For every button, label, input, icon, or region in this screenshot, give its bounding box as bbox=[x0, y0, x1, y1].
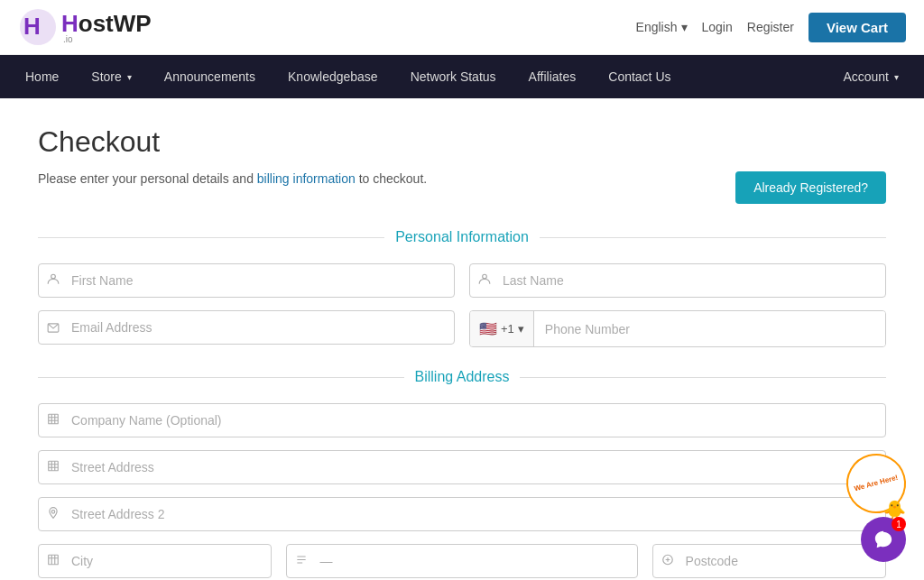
already-registered-button[interactable]: Already Registered? bbox=[735, 171, 886, 204]
email-group bbox=[38, 310, 455, 347]
company-group bbox=[38, 403, 886, 437]
street2-row bbox=[38, 497, 886, 531]
state-group bbox=[286, 544, 637, 578]
divider-right bbox=[540, 237, 886, 238]
nav-item-network-status[interactable]: Network Status bbox=[394, 55, 513, 98]
billing-info-link[interactable]: billing information bbox=[257, 171, 356, 186]
logo-text: HostWP bbox=[61, 10, 152, 37]
last-name-group bbox=[469, 263, 886, 298]
phone-country-selector[interactable]: 🇺🇸 +1 ▾ bbox=[470, 311, 534, 346]
chat-widget: We Are Here! 🐥 1 bbox=[846, 454, 906, 562]
us-flag-icon: 🇺🇸 bbox=[479, 320, 497, 337]
nav-knowledgebase-label: Knowledgebase bbox=[288, 69, 378, 84]
street1-input[interactable] bbox=[38, 450, 886, 484]
company-input[interactable] bbox=[38, 403, 886, 437]
subtitle-end: to checkout. bbox=[356, 171, 427, 186]
chat-bubble-text: We Are Here! bbox=[854, 474, 900, 493]
nav-item-store[interactable]: Store ▾ bbox=[75, 55, 147, 98]
chat-badge: 1 bbox=[892, 517, 906, 531]
subtitle-row: Please enter your personal details and b… bbox=[38, 171, 886, 204]
nav-item-announcements[interactable]: Announcements bbox=[148, 55, 272, 98]
street1-row bbox=[38, 450, 886, 484]
language-chevron-icon: ▾ bbox=[681, 20, 688, 34]
nav-announcements-label: Announcements bbox=[164, 69, 255, 84]
nav-item-account[interactable]: Account ▾ bbox=[827, 55, 915, 98]
phone-row-container: 🇺🇸 +1 ▾ bbox=[469, 310, 886, 347]
phone-country-code: +1 bbox=[501, 322, 514, 336]
register-link[interactable]: Register bbox=[747, 20, 794, 34]
state-input[interactable] bbox=[286, 544, 637, 578]
login-link[interactable]: Login bbox=[702, 20, 733, 34]
language-selector[interactable]: English ▾ bbox=[636, 20, 688, 34]
page-title: Checkout bbox=[38, 125, 886, 159]
page-subtitle: Please enter your personal details and b… bbox=[38, 171, 427, 186]
language-label: English bbox=[636, 20, 678, 34]
first-name-input[interactable] bbox=[38, 263, 455, 298]
nav-store-label: Store bbox=[91, 69, 121, 84]
city-group bbox=[38, 544, 272, 578]
svg-text:H: H bbox=[23, 13, 41, 40]
city-input[interactable] bbox=[38, 544, 272, 578]
city-state-postcode-row bbox=[38, 544, 886, 578]
top-bar: H HostWP .io English ▾ Login Register Vi… bbox=[0, 0, 924, 55]
billing-address-title: Billing Address bbox=[415, 369, 510, 385]
email-input[interactable] bbox=[38, 310, 455, 345]
contact-row: 🇺🇸 +1 ▾ bbox=[38, 310, 886, 347]
logo-icon: H bbox=[18, 7, 58, 47]
nav-affiliates-label: Affiliates bbox=[529, 69, 577, 84]
street2-group bbox=[38, 497, 886, 531]
phone-group: 🇺🇸 +1 ▾ bbox=[469, 310, 886, 347]
nav-network-status-label: Network Status bbox=[411, 69, 496, 84]
divider-left bbox=[38, 237, 384, 238]
logo-h: H bbox=[61, 10, 79, 37]
logo: H HostWP .io bbox=[18, 7, 152, 47]
main-content: Checkout Please enter your personal deta… bbox=[20, 98, 904, 580]
nav-item-knowledgebase[interactable]: Knowledgebase bbox=[272, 55, 394, 98]
phone-chevron-icon: ▾ bbox=[518, 322, 524, 336]
billing-divider-left bbox=[38, 377, 404, 378]
nav-item-affiliates[interactable]: Affiliates bbox=[513, 55, 593, 98]
company-row bbox=[38, 403, 886, 437]
personal-info-divider: Personal Information bbox=[38, 229, 886, 245]
nav-account-chevron-icon: ▾ bbox=[894, 72, 899, 82]
chat-icon-wrapper: 🐥 1 bbox=[861, 517, 906, 562]
last-name-input[interactable] bbox=[469, 263, 886, 298]
street2-input[interactable] bbox=[38, 497, 886, 531]
personal-info-title: Personal Information bbox=[395, 229, 529, 245]
view-cart-button[interactable]: View Cart bbox=[808, 13, 906, 42]
street1-group bbox=[38, 450, 886, 484]
chat-open-button[interactable]: 1 bbox=[861, 517, 906, 562]
navbar: Home Store ▾ Announcements Knowledgebase… bbox=[0, 55, 924, 98]
billing-divider-right bbox=[520, 377, 886, 378]
logo-text-group: HostWP .io bbox=[61, 10, 152, 44]
nav-home-label: Home bbox=[25, 69, 59, 84]
logo-ostwp: ostWP bbox=[79, 10, 152, 37]
nav-item-contact-us[interactable]: Contact Us bbox=[592, 55, 687, 98]
nav-item-home[interactable]: Home bbox=[9, 55, 75, 98]
name-row bbox=[38, 263, 886, 298]
nav-account-label: Account bbox=[843, 69, 889, 84]
subtitle-start: Please enter your personal details and bbox=[38, 171, 257, 186]
first-name-group bbox=[38, 263, 455, 298]
phone-input[interactable] bbox=[534, 311, 885, 346]
nav-store-chevron-icon: ▾ bbox=[127, 72, 132, 82]
billing-address-divider: Billing Address bbox=[38, 369, 886, 385]
nav-contact-us-label: Contact Us bbox=[608, 69, 670, 84]
